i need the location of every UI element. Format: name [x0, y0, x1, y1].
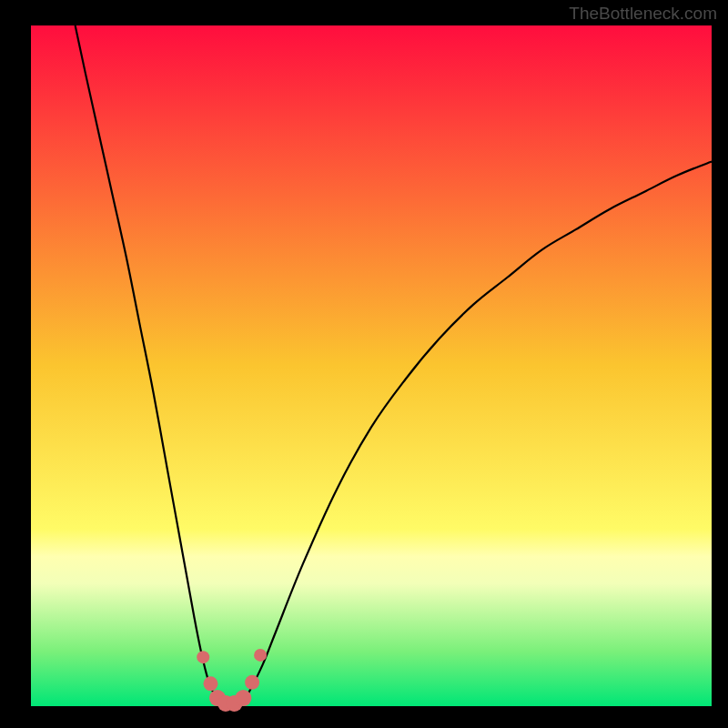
marker-dot [203, 676, 217, 691]
marker-dot [245, 675, 259, 690]
chart-svg [0, 0, 728, 728]
marker-dot [254, 649, 267, 662]
watermark-text: TheBottleneck.com [569, 4, 717, 24]
plot-background [31, 25, 712, 706]
marker-dot [197, 651, 209, 663]
marker-dot [235, 690, 251, 706]
chart-container: { "watermark": "TheBottleneck.com", "cha… [0, 0, 728, 728]
